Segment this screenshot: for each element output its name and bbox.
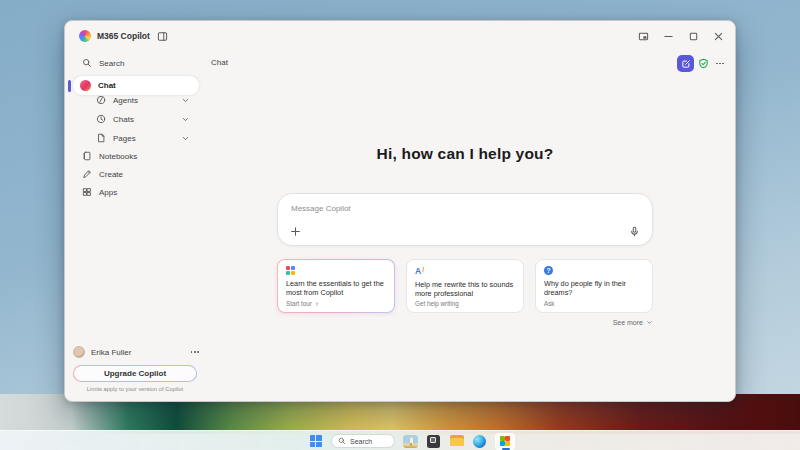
upgrade-disclaimer: Limits apply to your version of Copilot: [65, 386, 205, 392]
taskbar-search-box[interactable]: Search: [331, 434, 395, 448]
chevron-down-icon: [181, 115, 190, 124]
popout-icon[interactable]: [636, 29, 650, 43]
upgrade-button-border: Upgrade Copilot: [73, 365, 197, 382]
toggle-sidebar-icon[interactable]: [156, 29, 170, 43]
card-action[interactable]: Ask: [544, 300, 555, 307]
upgrade-copilot-button[interactable]: Upgrade Copilot: [74, 366, 196, 381]
sidebar-item-create[interactable]: Create: [75, 165, 197, 183]
close-button[interactable]: [711, 29, 725, 43]
card-action-label: Ask: [544, 300, 555, 307]
create-pen-icon: [82, 169, 92, 179]
minimize-button[interactable]: [661, 29, 675, 43]
m365-copilot-logo-icon: [79, 30, 91, 42]
protected-shield-button[interactable]: [697, 57, 710, 70]
selected-item-accent-bar: [68, 80, 71, 92]
sidebar-search-label: Search: [99, 59, 124, 68]
sidebar-item-label: Apps: [99, 188, 117, 197]
sidebar-item-apps[interactable]: Apps: [75, 183, 197, 201]
page-icon: [96, 133, 106, 143]
card-action-label: Start tour: [286, 300, 312, 307]
search-icon: [82, 58, 92, 68]
titlebar-left: M365 Copilot: [79, 21, 170, 51]
maximize-button[interactable]: [686, 29, 700, 43]
chevron-down-icon: [181, 134, 190, 143]
question-circle-icon: [544, 266, 553, 275]
microphone-icon: [629, 226, 640, 237]
desktop: M365 Copilot: [0, 0, 800, 450]
sidebar-item-chats[interactable]: Chats: [89, 110, 197, 128]
sidebar-item-notebooks[interactable]: Notebooks: [75, 147, 197, 165]
suggestion-cards: Learn the essentials to get the most fro…: [277, 259, 653, 313]
see-more-label: See more: [613, 319, 643, 326]
card-action[interactable]: Start tour: [286, 300, 320, 307]
notebook-icon: [82, 151, 92, 161]
user-account-row[interactable]: Erika Fuller: [73, 343, 199, 361]
colorful-grid-icon: [286, 266, 386, 275]
rewrite-pen-icon: [415, 266, 515, 276]
m365-copilot-app-icon: [500, 436, 510, 446]
suggestion-card-learn[interactable]: Learn the essentials to get the most fro…: [277, 259, 395, 313]
chat-main: Chat Hi, how can I help you? Message Cop…: [205, 51, 735, 401]
window-title: M365 Copilot: [97, 31, 150, 41]
chevron-down-icon: [181, 96, 190, 105]
apps-grid-icon: [82, 187, 92, 197]
edge-icon: [473, 435, 486, 448]
taskbar-center-group: Search: [308, 433, 515, 449]
m365-copilot-taskbar-button[interactable]: [495, 433, 515, 450]
card-text: Learn the essentials to get the most fro…: [286, 279, 386, 297]
shield-check-icon: [698, 58, 709, 69]
see-more-link[interactable]: See more: [277, 319, 653, 326]
rocket-icon: [403, 435, 418, 448]
taskbar-search-placeholder: Search: [350, 438, 372, 445]
titlebar: M365 Copilot: [65, 21, 735, 51]
start-button[interactable]: [308, 434, 323, 449]
sidebar-search[interactable]: Search: [75, 54, 197, 72]
chat-more-options-button[interactable]: [713, 58, 727, 69]
sidebar-item-label: Agents: [113, 96, 138, 105]
window-controls: [636, 21, 725, 51]
task-view-button[interactable]: [426, 434, 441, 449]
sidebar-item-label: Chat: [98, 81, 116, 90]
card-action[interactable]: Get help writing: [415, 300, 459, 307]
agents-icon: [96, 95, 106, 105]
user-more-icon[interactable]: [191, 351, 199, 353]
compose-icon: [681, 59, 691, 69]
sidebar-item-label: Create: [99, 170, 123, 179]
active-app-underline: [502, 448, 510, 450]
sidebar-item-agents[interactable]: Agents: [89, 91, 197, 109]
rocket-app-button[interactable]: [403, 434, 418, 449]
attach-plus-button[interactable]: [289, 225, 302, 238]
search-icon: [338, 437, 346, 445]
new-chat-button[interactable]: [677, 55, 694, 72]
edge-browser-button[interactable]: [472, 434, 487, 449]
sidebar-item-label: Chats: [113, 115, 134, 124]
composer-placeholder: Message Copilot: [291, 204, 351, 213]
card-text: Help me rewrite this to sounds more prof…: [415, 280, 515, 298]
avatar: [73, 346, 85, 358]
user-name: Erika Fuller: [91, 348, 131, 357]
card-action-label: Get help writing: [415, 300, 459, 307]
suggestion-card-rewrite[interactable]: Help me rewrite this to sounds more prof…: [406, 259, 524, 313]
copilot-chat-icon: [80, 80, 91, 91]
folder-icon: [450, 435, 464, 447]
message-composer[interactable]: Message Copilot: [277, 193, 653, 246]
sidebar-item-pages[interactable]: Pages: [89, 129, 197, 147]
plus-icon: [290, 226, 301, 237]
file-explorer-button[interactable]: [449, 434, 464, 449]
sidebar-item-label: Notebooks: [99, 152, 137, 161]
m365-copilot-window: M365 Copilot: [64, 20, 736, 402]
chevron-down-icon: [646, 319, 653, 326]
sidebar-item-label: Pages: [113, 134, 136, 143]
taskbar: Search: [0, 430, 800, 450]
history-clock-icon: [96, 114, 106, 124]
windows-logo-icon: [310, 435, 322, 447]
chevron-right-icon: [314, 301, 320, 307]
suggestion-card-question[interactable]: Why do people fly in their dreams? Ask: [535, 259, 653, 313]
sidebar: Search Chat Agents Chats: [65, 51, 205, 401]
microphone-button[interactable]: [628, 225, 641, 238]
task-view-icon: [427, 435, 440, 448]
card-text: Why do people fly in their dreams?: [544, 279, 644, 297]
chat-header-title: Chat: [211, 53, 228, 71]
greeting-heading: Hi, how can I help you?: [277, 145, 653, 163]
